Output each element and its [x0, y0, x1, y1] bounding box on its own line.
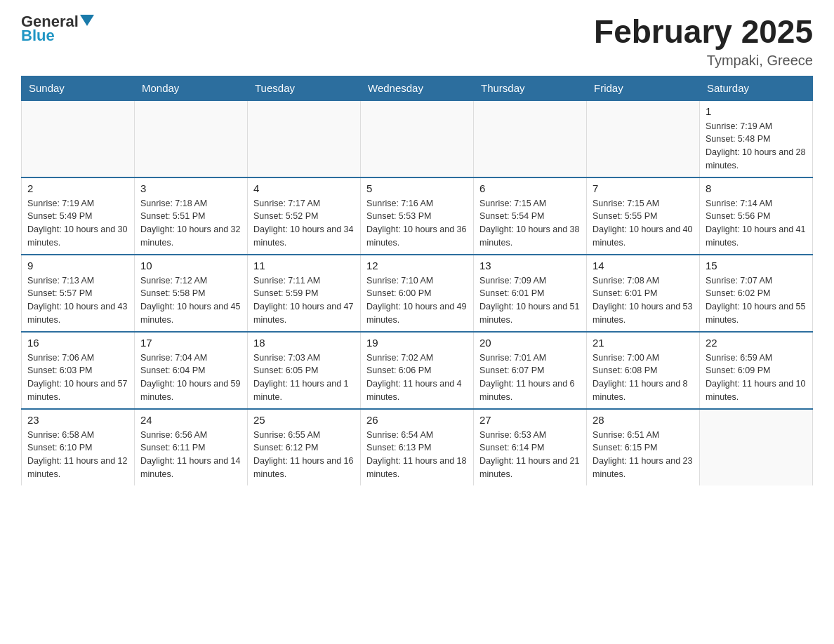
- calendar-cell: 13Sunrise: 7:09 AM Sunset: 6:01 PM Dayli…: [474, 255, 587, 332]
- calendar-cell: 10Sunrise: 7:12 AM Sunset: 5:58 PM Dayli…: [135, 255, 248, 332]
- calendar-week-row: 2Sunrise: 7:19 AM Sunset: 5:49 PM Daylig…: [22, 177, 813, 255]
- calendar-cell: 24Sunrise: 6:56 AM Sunset: 6:11 PM Dayli…: [135, 409, 248, 485]
- calendar-cell: 2Sunrise: 7:19 AM Sunset: 5:49 PM Daylig…: [22, 177, 135, 255]
- logo: General Blue: [21, 14, 94, 43]
- day-info: Sunrise: 7:06 AM Sunset: 6:03 PM Dayligh…: [27, 351, 128, 404]
- day-info: Sunrise: 7:14 AM Sunset: 5:56 PM Dayligh…: [706, 197, 807, 250]
- day-number: 10: [140, 260, 241, 271]
- calendar-day-header: Thursday: [474, 76, 587, 100]
- day-number: 17: [140, 337, 241, 349]
- day-number: 3: [140, 182, 241, 194]
- day-info: Sunrise: 7:02 AM Sunset: 6:06 PM Dayligh…: [366, 351, 468, 404]
- title-block: February 2025 Tympaki, Greece: [594, 14, 813, 69]
- day-info: Sunrise: 6:51 AM Sunset: 6:15 PM Dayligh…: [593, 429, 694, 481]
- day-number: 18: [253, 337, 355, 349]
- calendar-cell: 25Sunrise: 6:55 AM Sunset: 6:12 PM Dayli…: [248, 409, 361, 485]
- day-number: 28: [593, 414, 694, 426]
- calendar-cell: 16Sunrise: 7:06 AM Sunset: 6:03 PM Dayli…: [22, 332, 135, 409]
- calendar-day-header: Wednesday: [361, 76, 474, 100]
- day-number: 14: [593, 260, 694, 271]
- day-info: Sunrise: 6:59 AM Sunset: 6:09 PM Dayligh…: [706, 351, 807, 404]
- calendar-cell: 6Sunrise: 7:15 AM Sunset: 5:54 PM Daylig…: [474, 177, 587, 255]
- calendar-cell: 7Sunrise: 7:15 AM Sunset: 5:55 PM Daylig…: [587, 177, 700, 255]
- calendar-day-header: Monday: [135, 76, 248, 100]
- day-number: 9: [27, 260, 128, 271]
- day-number: 13: [479, 260, 581, 271]
- calendar-day-header: Sunday: [22, 76, 135, 100]
- day-number: 5: [366, 182, 468, 194]
- day-info: Sunrise: 7:04 AM Sunset: 6:04 PM Dayligh…: [140, 351, 241, 404]
- calendar-table: SundayMondayTuesdayWednesdayThursdayFrid…: [21, 76, 813, 485]
- day-info: Sunrise: 7:09 AM Sunset: 6:01 PM Dayligh…: [479, 274, 581, 327]
- calendar-cell: 8Sunrise: 7:14 AM Sunset: 5:56 PM Daylig…: [700, 177, 813, 255]
- calendar-week-row: 16Sunrise: 7:06 AM Sunset: 6:03 PM Dayli…: [22, 332, 813, 409]
- day-info: Sunrise: 6:55 AM Sunset: 6:12 PM Dayligh…: [253, 429, 355, 481]
- day-info: Sunrise: 7:10 AM Sunset: 6:00 PM Dayligh…: [366, 274, 468, 327]
- day-number: 23: [27, 414, 128, 426]
- day-info: Sunrise: 7:17 AM Sunset: 5:52 PM Dayligh…: [253, 197, 355, 250]
- day-number: 12: [366, 260, 468, 271]
- calendar-cell: 28Sunrise: 6:51 AM Sunset: 6:15 PM Dayli…: [587, 409, 700, 485]
- day-info: Sunrise: 7:12 AM Sunset: 5:58 PM Dayligh…: [140, 274, 241, 327]
- calendar-cell: 26Sunrise: 6:54 AM Sunset: 6:13 PM Dayli…: [361, 409, 474, 485]
- calendar-week-row: 23Sunrise: 6:58 AM Sunset: 6:10 PM Dayli…: [22, 409, 813, 485]
- day-info: Sunrise: 7:03 AM Sunset: 6:05 PM Dayligh…: [253, 351, 355, 404]
- calendar-cell: 9Sunrise: 7:13 AM Sunset: 5:57 PM Daylig…: [22, 255, 135, 332]
- day-number: 16: [27, 337, 128, 349]
- calendar-cell: 3Sunrise: 7:18 AM Sunset: 5:51 PM Daylig…: [135, 177, 248, 255]
- logo-arrow-icon: [80, 15, 94, 26]
- calendar-cell: 11Sunrise: 7:11 AM Sunset: 5:59 PM Dayli…: [248, 255, 361, 332]
- day-number: 6: [479, 182, 581, 194]
- calendar-cell: 4Sunrise: 7:17 AM Sunset: 5:52 PM Daylig…: [248, 177, 361, 255]
- day-number: 21: [593, 337, 694, 349]
- day-info: Sunrise: 7:16 AM Sunset: 5:53 PM Dayligh…: [366, 197, 468, 250]
- day-number: 15: [706, 260, 807, 271]
- calendar-cell: 22Sunrise: 6:59 AM Sunset: 6:09 PM Dayli…: [700, 332, 813, 409]
- day-info: Sunrise: 7:08 AM Sunset: 6:01 PM Dayligh…: [593, 274, 694, 327]
- calendar-cell: [700, 409, 813, 485]
- calendar-cell: 27Sunrise: 6:53 AM Sunset: 6:14 PM Dayli…: [474, 409, 587, 485]
- day-info: Sunrise: 7:13 AM Sunset: 5:57 PM Dayligh…: [27, 274, 128, 327]
- day-info: Sunrise: 6:56 AM Sunset: 6:11 PM Dayligh…: [140, 429, 241, 481]
- page-header: General Blue February 2025 Tympaki, Gree…: [21, 14, 813, 69]
- day-number: 7: [593, 182, 694, 194]
- calendar-cell: 15Sunrise: 7:07 AM Sunset: 6:02 PM Dayli…: [700, 255, 813, 332]
- day-number: 8: [706, 182, 807, 194]
- logo-blue-text: Blue: [21, 28, 94, 43]
- day-number: 24: [140, 414, 241, 426]
- calendar-cell: 12Sunrise: 7:10 AM Sunset: 6:00 PM Dayli…: [361, 255, 474, 332]
- day-info: Sunrise: 6:58 AM Sunset: 6:10 PM Dayligh…: [27, 429, 128, 481]
- calendar-week-row: 9Sunrise: 7:13 AM Sunset: 5:57 PM Daylig…: [22, 255, 813, 332]
- calendar-cell: [587, 100, 700, 177]
- calendar-cell: 21Sunrise: 7:00 AM Sunset: 6:08 PM Dayli…: [587, 332, 700, 409]
- day-info: Sunrise: 7:15 AM Sunset: 5:54 PM Dayligh…: [479, 197, 581, 250]
- calendar-header-row: SundayMondayTuesdayWednesdayThursdayFrid…: [22, 76, 813, 100]
- day-info: Sunrise: 7:19 AM Sunset: 5:49 PM Dayligh…: [27, 197, 128, 250]
- day-number: 26: [366, 414, 468, 426]
- day-number: 27: [479, 414, 581, 426]
- day-info: Sunrise: 7:00 AM Sunset: 6:08 PM Dayligh…: [593, 351, 694, 404]
- calendar-cell: 19Sunrise: 7:02 AM Sunset: 6:06 PM Dayli…: [361, 332, 474, 409]
- day-number: 4: [253, 182, 355, 194]
- day-number: 19: [366, 337, 468, 349]
- day-info: Sunrise: 7:11 AM Sunset: 5:59 PM Dayligh…: [253, 274, 355, 327]
- day-info: Sunrise: 7:07 AM Sunset: 6:02 PM Dayligh…: [706, 274, 807, 327]
- calendar-cell: 23Sunrise: 6:58 AM Sunset: 6:10 PM Dayli…: [22, 409, 135, 485]
- calendar-week-row: 1Sunrise: 7:19 AM Sunset: 5:48 PM Daylig…: [22, 100, 813, 177]
- day-info: Sunrise: 6:53 AM Sunset: 6:14 PM Dayligh…: [479, 429, 581, 481]
- day-info: Sunrise: 7:15 AM Sunset: 5:55 PM Dayligh…: [593, 197, 694, 250]
- calendar-cell: [361, 100, 474, 177]
- calendar-cell: 17Sunrise: 7:04 AM Sunset: 6:04 PM Dayli…: [135, 332, 248, 409]
- day-number: 11: [253, 260, 355, 271]
- calendar-day-header: Saturday: [700, 76, 813, 100]
- location-subtitle: Tympaki, Greece: [594, 53, 813, 69]
- calendar-cell: 18Sunrise: 7:03 AM Sunset: 6:05 PM Dayli…: [248, 332, 361, 409]
- day-info: Sunrise: 7:01 AM Sunset: 6:07 PM Dayligh…: [479, 351, 581, 404]
- calendar-cell: 20Sunrise: 7:01 AM Sunset: 6:07 PM Dayli…: [474, 332, 587, 409]
- calendar-day-header: Friday: [587, 76, 700, 100]
- month-title: February 2025: [594, 14, 813, 50]
- day-number: 20: [479, 337, 581, 349]
- calendar-cell: 1Sunrise: 7:19 AM Sunset: 5:48 PM Daylig…: [700, 100, 813, 177]
- day-info: Sunrise: 6:54 AM Sunset: 6:13 PM Dayligh…: [366, 429, 468, 481]
- day-number: 1: [706, 105, 807, 117]
